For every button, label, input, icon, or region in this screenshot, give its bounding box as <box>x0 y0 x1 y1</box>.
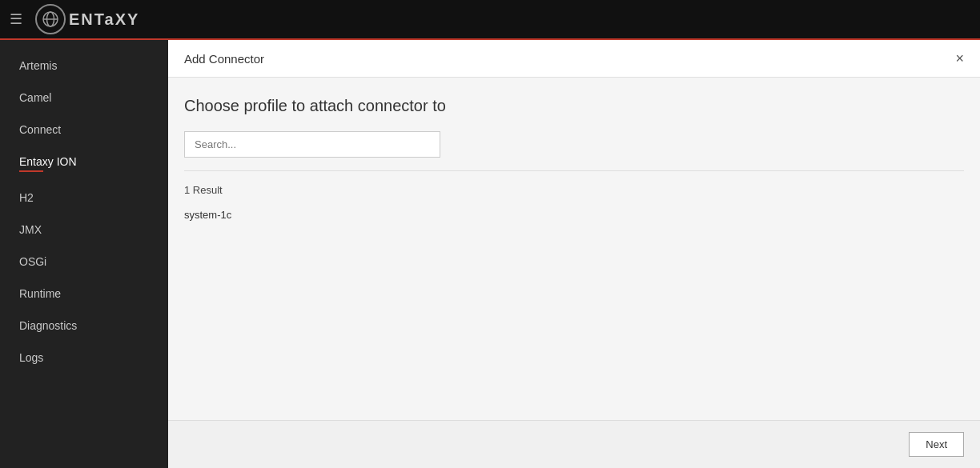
logo-circle <box>35 4 66 34</box>
modal-subtitle: Choose profile to attach connector to <box>184 97 964 115</box>
sidebar-item-camel[interactable]: Camel <box>0 82 168 114</box>
sidebar: ArtemisCamelConnectEntaxy IONH2JMXOSGiRu… <box>0 40 168 468</box>
modal-footer: Next <box>168 420 980 468</box>
sidebar-item-h2[interactable]: H2 <box>0 182 168 214</box>
modal-header: Add Connector × <box>168 40 980 78</box>
sidebar-item-logs[interactable]: Logs <box>0 342 168 374</box>
sidebar-item-osgi[interactable]: OSGi <box>0 246 168 278</box>
modal-title: Add Connector <box>184 52 264 66</box>
search-input[interactable] <box>184 131 440 158</box>
result-count: 1 Result <box>184 184 964 196</box>
active-underline <box>19 170 43 172</box>
modal-close-button[interactable]: × <box>955 51 964 66</box>
content-area: Add Connector × Choose profile to attach… <box>168 40 980 468</box>
sidebar-item-diagnostics[interactable]: Diagnostics <box>0 310 168 342</box>
sidebar-item-jmx[interactable]: JMX <box>0 214 168 246</box>
divider <box>184 170 964 171</box>
modal: Add Connector × Choose profile to attach… <box>168 40 980 468</box>
modal-overlay: Add Connector × Choose profile to attach… <box>168 40 980 468</box>
next-button[interactable]: Next <box>909 432 964 457</box>
sidebar-item-artemis[interactable]: Artemis <box>0 50 168 82</box>
logo-svg <box>42 10 59 28</box>
modal-body: Choose profile to attach connector to 1 … <box>168 78 980 420</box>
main-layout: ArtemisCamelConnectEntaxy IONH2JMXOSGiRu… <box>0 40 980 468</box>
sidebar-item-connect[interactable]: Connect <box>0 114 168 146</box>
sidebar-item-runtime[interactable]: Runtime <box>0 278 168 310</box>
result-item[interactable]: system-1c <box>184 206 964 224</box>
hamburger-icon[interactable]: ☰ <box>10 10 22 28</box>
sidebar-item-entaxy-ion[interactable]: Entaxy ION <box>0 146 168 182</box>
logo-text: ENTaXY <box>69 10 139 29</box>
top-bar: ☰ ENTaXY <box>0 0 980 40</box>
logo-area: ENTaXY <box>35 4 139 34</box>
